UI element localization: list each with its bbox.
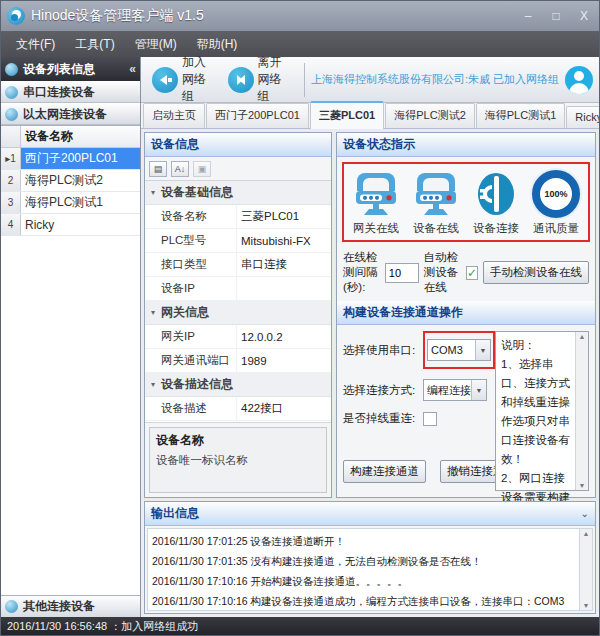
property-value[interactable]: 串口连接 <box>237 253 331 276</box>
channel-panel-header: 构建设备连接通道操作 <box>337 301 595 325</box>
tab-hite-test1[interactable]: 海得PLC测试1 <box>476 103 566 128</box>
comm-quality-indicator: 100% 通讯质量 <box>526 170 586 236</box>
note-scrollbar[interactable]: ▲ ▼ <box>575 332 588 490</box>
leave-network-button[interactable]: 离开网络组 <box>223 49 299 110</box>
table-row[interactable]: ▸1 西门子200PLC01 <box>1 148 140 170</box>
property-row[interactable]: 网关通讯端口1989 <box>145 349 331 373</box>
category-row[interactable]: ▾设备基础信息 <box>145 181 331 205</box>
property-grid-toolbar: ▤ A↓ ▣ <box>145 157 331 181</box>
output-panel: 输出信息 ⌄ 2016/11/30 17:01:25 设备连接通道断开！ 201… <box>144 501 596 614</box>
log-line: 2016/11/30 17:10:16 构建设备连接通道成功，编程方式连接串口设… <box>152 591 575 610</box>
scroll-up-icon[interactable]: ▲ <box>579 333 586 340</box>
serial-group-label: 串口连接设备 <box>23 84 95 101</box>
tab-siemens-plc[interactable]: 西门子200PLC01 <box>206 103 309 128</box>
sidebar-item-serial-devices[interactable]: 串口连接设备 <box>1 81 140 103</box>
network-status-text: 上海海得控制系统股份有限公司:朱威 已加入网络组 <box>311 72 559 87</box>
table-row[interactable]: 2 海得PLC测试2 <box>1 170 140 192</box>
output-panel-title: 输出信息 <box>151 505 199 522</box>
menu-bar: 文件(F) 工具(T) 管理(M) 帮助(H) <box>1 31 599 57</box>
property-grid: ▾设备基础信息 设备名称三菱PLC01 PLC型号Mitsubishi-FX 接… <box>145 181 331 423</box>
table-row[interactable]: 4 Ricky <box>1 214 140 236</box>
log-scrollbar[interactable]: ▲ ▼ <box>579 529 592 610</box>
property-row[interactable]: 接口类型串口连接 <box>145 253 331 277</box>
main-toolbar: 加入网络组 离开网络组 上海海得控制系统股份有限公司:朱威 已加入网络组 <box>141 57 599 103</box>
category-row[interactable]: ▾设备描述信息 <box>145 373 331 397</box>
maximize-button[interactable]: □ <box>547 9 565 23</box>
device-name-column-header[interactable]: 设备名称 <box>21 126 140 147</box>
close-button[interactable]: X <box>575 9 593 23</box>
status-indicator-box: 网关在线 <box>342 162 590 242</box>
gateway-online-icon <box>352 170 400 218</box>
connect-mode-dropdown[interactable]: 编程连接 ▼ <box>423 379 487 401</box>
sidebar-item-ethernet-devices[interactable]: 以太网连接设备 <box>1 103 140 125</box>
device-name-cell[interactable]: 海得PLC测试2 <box>21 170 140 191</box>
note-line: 1、选择串口、连接方式和掉线重连操作选项只对串口连接设备有效！ <box>501 355 570 469</box>
serial-port-value: COM3 <box>428 344 475 356</box>
property-row[interactable]: PLC型号Mitsubishi-FX <box>145 229 331 253</box>
status-bar-text: 2016/11/30 16:56:48 ：加入网络组成功 <box>7 619 198 634</box>
property-value[interactable]: 三菱PLC01 <box>237 205 331 228</box>
device-status-header: 设备状态指示 <box>337 133 595 157</box>
description-text: 设备唯一标识名称 <box>156 453 320 468</box>
serial-port-highlight: COM3 ▼ <box>423 331 495 369</box>
online-check-row: 在线检测间隔(秒): 自动检测设备在线 ✓ 手动检测设备在线 <box>337 246 595 301</box>
menu-file[interactable]: 文件(F) <box>7 33 64 56</box>
tab-mitsubishi-plc[interactable]: 三菱PLC01 <box>310 101 384 129</box>
property-pages-icon[interactable]: ▣ <box>193 161 211 177</box>
property-value[interactable]: Mitsubishi-FX <box>237 229 331 252</box>
scroll-down-icon[interactable]: ▼ <box>583 602 590 609</box>
reconnect-checkbox[interactable] <box>423 412 437 426</box>
device-name-cell[interactable]: Ricky <box>21 214 140 235</box>
tab-start-page[interactable]: 启动主页 <box>143 103 205 128</box>
property-label: 设备名称 <box>145 205 237 228</box>
serial-port-dropdown[interactable]: COM3 ▼ <box>427 339 491 361</box>
device-name-cell[interactable]: 西门子200PLC01 <box>21 148 140 169</box>
row-num: 1 <box>10 153 16 164</box>
ethernet-device-icon <box>5 108 18 121</box>
tab-hite-test2[interactable]: 海得PLC测试2 <box>385 103 475 128</box>
categorized-view-icon[interactable]: ▤ <box>149 161 167 177</box>
row-number: 2 <box>1 170 21 191</box>
menu-tools[interactable]: 工具(T) <box>66 33 123 56</box>
chevron-down-icon[interactable]: ▼ <box>471 380 486 400</box>
collapse-triangle-icon: ▾ <box>145 380 161 389</box>
window-controls: – □ X <box>519 9 593 23</box>
sidebar-collapse-icon[interactable]: « <box>129 62 136 76</box>
log-area: 2016/11/30 17:01:25 设备连接通道断开！ 2016/11/30… <box>147 528 593 611</box>
minimize-button[interactable]: – <box>519 9 537 23</box>
table-row[interactable]: 3 海得PLC测试1 <box>1 192 140 214</box>
user-avatar-icon[interactable] <box>565 66 593 94</box>
device-name-cell[interactable]: 海得PLC测试1 <box>21 192 140 213</box>
collapse-chevron-icon[interactable]: ⌄ <box>581 508 589 519</box>
tab-ricky[interactable]: Ricky <box>566 106 600 128</box>
sidebar-item-other-devices[interactable]: 其他连接设备 <box>1 595 140 617</box>
scroll-up-icon[interactable]: ▲ <box>583 530 590 537</box>
property-row[interactable]: 网关IP12.0.0.2 <box>145 325 331 349</box>
auto-check-label: 自动检测设备在线 <box>424 250 461 295</box>
scroll-down-icon[interactable]: ▼ <box>579 482 586 489</box>
sidebar-header-label: 设备列表信息 <box>23 61 95 78</box>
device-list-sidebar: 设备列表信息 « 串口连接设备 以太网连接设备 设备名称 ▸1 西门子200PL… <box>1 57 141 617</box>
build-channel-button[interactable]: 构建连接通道 <box>343 460 426 483</box>
property-label: 网关通讯端口 <box>145 349 237 372</box>
category-row[interactable]: ▾网关信息 <box>145 301 331 325</box>
category-label: 设备基础信息 <box>161 184 233 201</box>
toolbar-separator <box>304 63 305 97</box>
interval-input[interactable] <box>385 263 419 283</box>
ethernet-group-label: 以太网连接设备 <box>23 106 107 123</box>
manual-check-button[interactable]: 手动检测设备在线 <box>483 261 589 284</box>
property-row[interactable]: 设备IP <box>145 277 331 301</box>
alphabetical-sort-icon[interactable]: A↓ <box>171 161 189 177</box>
property-row[interactable]: 设备描述422接口 <box>145 397 331 421</box>
property-value[interactable]: 1989 <box>237 349 331 372</box>
chevron-down-icon[interactable]: ▼ <box>475 340 490 360</box>
join-network-button[interactable]: 加入网络组 <box>147 49 223 110</box>
auto-check-checkbox[interactable]: ✓ <box>466 266 478 280</box>
join-network-label: 加入网络组 <box>182 54 214 105</box>
property-value[interactable]: 12.0.0.2 <box>237 325 331 348</box>
property-value[interactable]: 422接口 <box>237 397 331 420</box>
property-value[interactable] <box>237 277 331 300</box>
property-row[interactable]: 设备名称三菱PLC01 <box>145 205 331 229</box>
other-group-label: 其他连接设备 <box>23 598 95 615</box>
connect-mode-label: 选择连接方式: <box>343 383 423 398</box>
